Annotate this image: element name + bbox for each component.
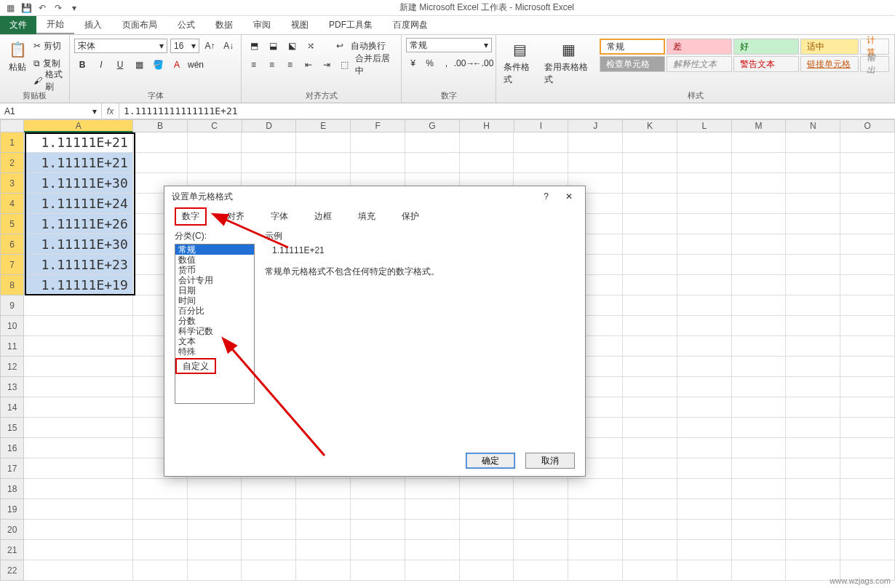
cell[interactable] — [786, 520, 840, 540]
cell[interactable] — [296, 499, 351, 520]
cell[interactable] — [840, 540, 895, 560]
cell[interactable] — [188, 560, 242, 581]
cell[interactable] — [188, 132, 242, 153]
cell[interactable] — [623, 194, 677, 214]
row-header[interactable]: 11 — [0, 336, 24, 357]
style-output[interactable]: 输出 — [860, 56, 889, 72]
cell[interactable] — [786, 397, 840, 418]
indent-dec-icon[interactable]: ⇤ — [301, 57, 316, 72]
row-header[interactable]: 15 — [0, 418, 24, 438]
cell[interactable] — [677, 520, 732, 540]
cell[interactable] — [623, 438, 677, 458]
cell[interactable] — [732, 438, 787, 458]
dlg-tab-fill[interactable]: 填充 — [352, 209, 381, 224]
cell[interactable] — [351, 132, 405, 153]
cell[interactable] — [623, 316, 677, 336]
cell[interactable] — [405, 153, 460, 173]
cell[interactable] — [568, 499, 623, 520]
row-header[interactable]: 12 — [0, 357, 24, 377]
cell[interactable]: 1.11111E+19 — [24, 275, 132, 295]
col-header[interactable]: M — [732, 119, 787, 132]
row-header[interactable]: 20 — [0, 520, 24, 540]
cell[interactable] — [786, 336, 840, 357]
cell[interactable] — [133, 132, 188, 153]
row-header[interactable]: 13 — [0, 377, 24, 397]
cell[interactable] — [188, 153, 242, 173]
cell[interactable] — [514, 540, 568, 560]
col-header[interactable]: B — [133, 119, 188, 132]
cell[interactable] — [840, 132, 895, 153]
cell[interactable] — [405, 479, 460, 499]
tab-baidu[interactable]: 百度网盘 — [383, 16, 438, 34]
row-header[interactable]: 6 — [0, 234, 24, 255]
cell[interactable] — [786, 438, 840, 458]
cell[interactable] — [133, 560, 188, 581]
cell[interactable] — [133, 499, 188, 520]
category-item[interactable]: 数值 — [175, 255, 254, 265]
cell[interactable] — [677, 438, 732, 458]
underline-button[interactable]: U — [112, 57, 128, 72]
cell[interactable] — [732, 397, 787, 418]
category-item[interactable]: 特殊 — [175, 346, 254, 357]
cell[interactable] — [623, 357, 677, 377]
cell[interactable]: 1.11111E+26 — [24, 214, 132, 234]
cell[interactable] — [677, 357, 732, 377]
cell[interactable] — [24, 316, 132, 336]
style-good[interactable]: 好 — [733, 39, 799, 55]
cell[interactable] — [786, 295, 840, 316]
cell[interactable] — [840, 499, 895, 520]
cell[interactable] — [677, 479, 732, 499]
tab-review[interactable]: 审阅 — [243, 16, 281, 34]
cell[interactable] — [623, 132, 677, 153]
cell[interactable] — [24, 418, 132, 438]
row-header[interactable]: 7 — [0, 255, 24, 275]
number-format-combo[interactable]: 常规▾ — [406, 38, 492, 52]
cell[interactable] — [623, 397, 677, 418]
cell[interactable]: 1.11111E+30 — [24, 234, 132, 255]
cell[interactable]: 1.11111E+23 — [24, 255, 132, 275]
style-bad[interactable]: 差 — [667, 39, 732, 55]
orientation-icon[interactable]: ⤭ — [303, 39, 319, 53]
row-header[interactable]: 19 — [0, 499, 24, 520]
cell[interactable] — [677, 316, 732, 336]
percent-icon[interactable]: % — [423, 56, 437, 71]
tab-file[interactable]: 文件 — [0, 16, 36, 34]
cell[interactable] — [24, 438, 132, 458]
cell[interactable] — [786, 214, 840, 234]
cell[interactable] — [786, 255, 840, 275]
cell[interactable] — [188, 479, 242, 499]
cancel-button[interactable]: 取消 — [525, 453, 575, 469]
undo-icon[interactable]: ↶ — [35, 1, 49, 15]
font-size-combo[interactable]: 16▾ — [170, 39, 199, 53]
cell[interactable] — [732, 316, 787, 336]
cell[interactable] — [242, 132, 296, 153]
tab-formulas[interactable]: 公式 — [167, 16, 205, 34]
category-item[interactable]: 货币 — [175, 265, 254, 275]
category-item[interactable]: 百分比 — [175, 306, 254, 316]
row-header[interactable]: 4 — [0, 194, 24, 214]
cell[interactable] — [188, 540, 242, 560]
cell[interactable] — [786, 173, 840, 194]
style-normal[interactable]: 常规 — [600, 39, 665, 55]
cell[interactable] — [188, 520, 242, 540]
cell[interactable] — [677, 153, 732, 173]
cell[interactable] — [840, 316, 895, 336]
cell[interactable] — [623, 377, 677, 397]
cell[interactable] — [623, 295, 677, 316]
cell[interactable] — [460, 132, 514, 153]
tab-view[interactable]: 视图 — [281, 16, 319, 34]
cell[interactable] — [786, 234, 840, 255]
cell[interactable] — [623, 275, 677, 295]
cell[interactable] — [732, 173, 787, 194]
paste-button[interactable]: 📋 粘贴 — [4, 38, 31, 89]
cell[interactable] — [732, 194, 787, 214]
save-icon[interactable]: 💾 — [19, 1, 33, 15]
category-list[interactable]: 常规数值货币会计专用日期时间百分比分数科学记数文本特殊自定义 — [175, 244, 255, 404]
cell[interactable] — [786, 357, 840, 377]
cell[interactable] — [24, 520, 132, 540]
cell[interactable] — [24, 479, 132, 499]
cell[interactable] — [405, 499, 460, 520]
category-item[interactable]: 常规 — [175, 245, 254, 255]
row-header[interactable]: 1 — [0, 132, 24, 153]
cell[interactable] — [460, 153, 514, 173]
